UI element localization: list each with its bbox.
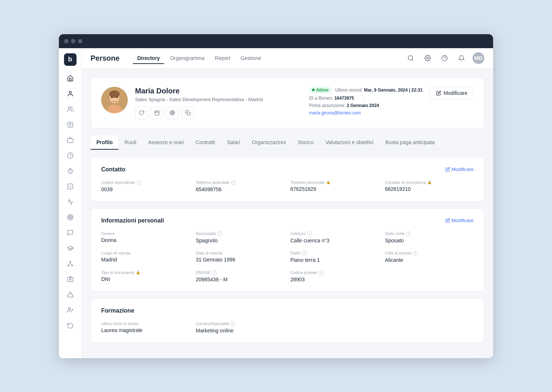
formazione-section: Formazione Ultimo titolo di studio Laure… <box>91 298 484 343</box>
status-badge: Attivo <box>309 87 332 93</box>
tab-valutazioni[interactable]: Valutazioni e obiettivi <box>319 136 379 150</box>
field-value-tel-az: 654098756 <box>196 186 284 192</box>
sidebar-icon-clock[interactable] <box>64 149 77 162</box>
field-indirizzo: Indirizzo i Calle cuenca n°3 <box>290 231 379 243</box>
label-nazionalita: Nazionalità i <box>196 231 284 236</box>
value-dni: 20985438 - M <box>196 277 284 282</box>
sidebar-icon-chart[interactable] <box>64 195 77 209</box>
label-data-nascita: Data di nascita <box>196 251 284 255</box>
svg-rect-31 <box>155 111 159 115</box>
value-codice-postale: 28903 <box>290 277 379 282</box>
svg-point-36 <box>171 111 174 114</box>
topnav-actions: MD <box>405 52 484 64</box>
tab-directory[interactable]: Directory <box>133 53 164 64</box>
profile-actions <box>135 107 302 119</box>
label-titolo-studio: Ultimo titolo di studio <box>101 321 190 326</box>
sidebar-icon-alert[interactable] <box>64 288 77 301</box>
field-label-emergenza: Contatto di emergenza 🔒 <box>385 180 474 185</box>
search-button[interactable] <box>405 52 417 64</box>
email-link[interactable]: maria.girona@bizneo.com <box>309 110 422 115</box>
tab-profilo[interactable]: Profilo <box>91 136 118 150</box>
sidebar-icon-camera[interactable] <box>64 272 77 286</box>
label-piatto: Piatto i <box>290 251 379 256</box>
info-personali-edit-button[interactable]: Modificare <box>445 218 474 223</box>
field-telefono-aziendale: Telefono aziendale i 654098756 <box>196 180 284 192</box>
sidebar-icon-home[interactable] <box>64 72 77 85</box>
contatto-title: Contatto <box>101 166 125 173</box>
sidebar-icon-add-person[interactable] <box>64 303 77 317</box>
value-data-nascita: 31 Gennaio 1996 <box>196 257 284 263</box>
sidebar-icon-group[interactable] <box>64 103 77 116</box>
contatto-fields: Codice dipendente i 0039 Telefono aziend… <box>101 180 474 192</box>
sidebar-icon-org[interactable] <box>64 257 77 270</box>
sidebar-icon-timer[interactable] <box>64 164 77 178</box>
tab-ruoli[interactable]: Ruoli <box>118 136 142 150</box>
info-carriera: i <box>230 321 235 326</box>
tab-gestione[interactable]: Gestione <box>236 53 266 64</box>
svg-line-21 <box>412 59 413 60</box>
sidebar-icon-history[interactable] <box>64 319 77 332</box>
help-button[interactable] <box>439 52 450 64</box>
tab-salari[interactable]: Salari <box>221 136 246 150</box>
label-genere: Genere <box>101 231 190 236</box>
nav-tabs: Directory Organigramma Report Gestione <box>133 53 394 64</box>
label-citta-nascita: Città di nascita i <box>385 251 474 256</box>
tab-storico[interactable]: Storico <box>292 136 320 150</box>
field-value-tel-per: 676251829 <box>290 186 379 192</box>
sidebar-icon-message[interactable] <box>64 226 77 239</box>
info-indirizzo: i <box>307 231 312 236</box>
svg-point-11 <box>68 265 69 266</box>
info-icon-tel: i <box>231 180 236 185</box>
tab-organigramma[interactable]: Organigramma <box>166 53 209 64</box>
refresh-button[interactable] <box>135 107 148 119</box>
sidebar-icon-graduation[interactable] <box>64 242 77 255</box>
tab-organizzazioni[interactable]: Organizzazioni <box>246 136 292 150</box>
profile-edit-button[interactable]: Modificare <box>430 87 474 99</box>
info-stato-civile: i <box>406 231 411 236</box>
field-value-emergenza: 682619210 <box>385 186 474 192</box>
svg-point-30 <box>109 90 120 98</box>
notifications-button[interactable] <box>456 52 467 64</box>
copy-button[interactable] <box>181 107 194 119</box>
field-label-codice: Codice dipendente i <box>101 180 190 185</box>
tab-report[interactable]: Report <box>210 53 235 64</box>
tab-busta[interactable]: Busta paga anticipata <box>379 136 441 150</box>
profile-meta: Attivo Ultimo record: Mar, 9 Gennaio, 20… <box>309 87 422 115</box>
tab-assenze[interactable]: Assenze e orari <box>142 136 190 150</box>
field-citta-nascita: Città di nascita i Alicante <box>385 251 474 263</box>
settings-button[interactable] <box>422 52 434 64</box>
status-dot <box>312 89 315 91</box>
label-carriera: Carriera/Specialità i <box>196 321 284 326</box>
sidebar-icon-person[interactable] <box>64 87 77 100</box>
titlebar-dot-2 <box>71 39 75 43</box>
sidebar-icon-briefcase[interactable] <box>64 133 77 147</box>
field-label-tel-az: Telefono aziendale i <box>196 180 284 185</box>
svg-point-37 <box>172 112 173 113</box>
profile-subtitle: Sales Spagna - Sales Development Represe… <box>135 97 302 102</box>
hire-row: Prima assunzione: 2 Gennaio 2024 <box>309 103 422 108</box>
value-titolo-studio: Laurea magistrale <box>101 327 190 333</box>
target-button[interactable] <box>166 107 178 119</box>
info-personali-header: Informazioni personali Modificare <box>101 217 474 224</box>
sidebar-icon-target[interactable] <box>64 211 77 224</box>
sidebar-icon-check[interactable] <box>64 180 77 193</box>
sidebar-icon-reports[interactable] <box>64 118 77 131</box>
user-avatar[interactable]: MD <box>473 52 484 64</box>
info-nazionalita: i <box>217 231 222 236</box>
hire-value: 2 Gennaio 2024 <box>347 103 379 108</box>
app-window: b <box>59 34 493 358</box>
info-codice-postale: i <box>319 270 323 275</box>
contatto-edit-button[interactable]: Modificare <box>445 167 474 172</box>
svg-rect-3 <box>67 139 73 143</box>
field-luogo-nascita: Luogo di nascita Madrid <box>101 251 190 263</box>
info-personali-title: Informazioni personali <box>101 217 164 224</box>
label-luogo-nascita: Luogo di nascita <box>101 251 190 255</box>
svg-rect-13 <box>67 277 73 281</box>
svg-point-9 <box>70 217 71 218</box>
value-genere: Donna <box>101 237 190 243</box>
calendar-button[interactable] <box>151 107 163 119</box>
info-icon: i <box>137 180 141 185</box>
info-citta-nascita: i <box>413 251 418 256</box>
tab-contratti[interactable]: Contratti <box>190 136 221 150</box>
profile-avatar <box>101 87 128 113</box>
